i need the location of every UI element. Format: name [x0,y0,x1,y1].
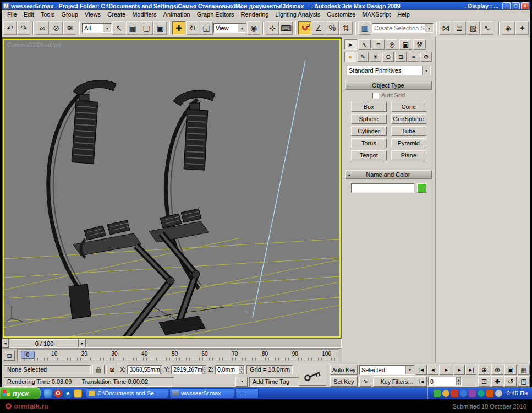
goto-end-icon[interactable]: ►| [465,365,476,375]
chevron-down-icon[interactable]: ▼ [425,24,433,32]
tray-icon-3[interactable] [451,390,458,397]
tray-icon-2[interactable] [442,390,449,397]
menu-edit[interactable]: Edit [20,10,37,18]
named-selection-sets-icon[interactable]: ▥ [358,21,371,35]
menu-create[interactable]: Create [104,10,129,18]
taskbar-task-overflow[interactable]: - ... [235,388,259,398]
box-button[interactable]: Box [351,102,387,112]
restore-button[interactable]: □ [512,2,520,9]
selected-keyset-dropdown[interactable]: Selected ▼ [359,365,414,375]
menu-file[interactable]: File [4,10,20,18]
maximize-viewport-icon[interactable]: ◳ [518,376,530,387]
play-icon[interactable]: ► [439,365,453,375]
object-color-swatch[interactable] [417,183,426,193]
timeline-next-icon[interactable]: ► [79,339,86,347]
tray-icon-8[interactable] [495,390,502,397]
teapot-button[interactable]: Teapot [351,150,387,160]
menu-customize[interactable]: Customize [323,10,359,18]
new-key-curve-icon[interactable]: ∿ [359,377,371,387]
y-coordinate-field[interactable]: 2919,267m ▴▾ [171,365,206,374]
menu-tools[interactable]: Tools [37,10,58,18]
frame-spinner[interactable]: ▴▾ [456,377,461,386]
taskbar-task-3dsmax[interactable]: wwsseer5r.max [169,388,234,398]
category-systems-icon[interactable]: ⚙ [420,52,432,62]
undo-icon[interactable]: ↶ [3,21,17,35]
tube-button[interactable]: Tube [391,126,427,136]
time-slider-thumb[interactable]: 0 / 100 [10,339,79,347]
chevron-down-icon[interactable]: ▼ [422,66,430,75]
sphere-button[interactable]: Sphere [351,114,387,124]
tray-icon-7[interactable] [486,390,493,397]
render-setup-icon[interactable]: ◈ [502,21,515,35]
key-mode-toggle-icon[interactable]: |◄ [416,376,427,387]
time-tag-icon[interactable]: ◔ [235,377,248,387]
tray-icon-6[interactable] [478,390,485,397]
category-spacewarps-icon[interactable]: ≈ [408,52,419,62]
tray-icon-1[interactable] [434,390,441,397]
spinner-snap-icon[interactable]: ⇅ [339,21,353,35]
tray-icon-4[interactable] [460,390,467,397]
create-selection-set-combo[interactable]: Create Selection Set ▼ [372,23,434,33]
zoom-extents-all-icon[interactable]: ▦ [518,365,530,375]
object-type-header[interactable]: - Object Type [345,81,432,90]
render-production-icon[interactable]: ✦ [515,21,529,35]
internet-explorer-icon[interactable]: e [64,389,72,398]
use-pivot-center-icon[interactable]: ◉ [247,21,260,35]
tab-motion-icon[interactable]: ◎ [386,39,398,50]
pan-icon[interactable]: ✥ [491,376,503,387]
menu-rendering[interactable]: Rendering [238,10,272,18]
current-frame-field[interactable]: 0 ▴▾ [428,377,462,386]
plane-button[interactable]: Plane [391,150,427,160]
taskbar-task-explorer[interactable]: C:\Documents and Se... [86,388,168,398]
object-name-field[interactable] [351,183,414,193]
select-and-move-icon[interactable]: ✚ [172,21,185,35]
tab-display-icon[interactable]: ▣ [399,39,412,50]
select-and-link-icon[interactable]: ∞ [36,21,49,35]
torus-button[interactable]: Torus [351,138,387,148]
category-lights-icon[interactable]: ☀ [370,52,381,62]
cone-button[interactable]: Cone [391,102,427,112]
align-icon[interactable]: ≣ [453,21,466,35]
menu-graph-editors[interactable]: Graph Editors [194,10,238,18]
viewport-label[interactable]: Camera01/Disabled [7,41,61,48]
minimize-button[interactable]: _ [502,2,511,9]
set-key-button[interactable]: Set Key [330,376,358,387]
category-cameras-icon[interactable]: ⊙ [382,52,394,62]
menu-group[interactable]: Group [58,10,81,18]
select-and-rotate-icon[interactable]: ↻ [186,21,199,35]
time-slider-track[interactable]: 0 / 100 ► [9,339,342,348]
reference-coordinate-dropdown[interactable]: View ▼ [213,23,246,33]
zoom-all-icon[interactable]: ⊛ [491,365,503,375]
key-filters-button[interactable]: Key Filters... [373,376,420,387]
goto-start-icon[interactable]: |◄ [416,365,427,375]
close-button[interactable]: × [521,2,529,9]
mini-curve-editor-icon[interactable]: ⊟ [4,351,15,361]
cylinder-button[interactable]: Cylinder [351,126,387,136]
z-spinner[interactable]: ▴▾ [239,365,244,374]
select-by-name-icon[interactable]: ▤ [126,21,139,35]
tab-utilities-icon[interactable]: ⚒ [413,39,426,50]
zoom-icon[interactable]: ⊕ [478,365,490,375]
y-spinner[interactable]: ▴▾ [202,365,206,374]
bind-to-spacewarp-icon[interactable]: ≋ [63,21,76,35]
orbit-icon[interactable]: ↺ [504,376,517,387]
tab-hierarchy-icon[interactable]: ≡ [372,39,385,50]
trackbar-ruler[interactable]: 0 010 2030 4050 6070 8090 100 [17,349,338,362]
titlebar[interactable]: M wwsseer5r.max - Project Folder: C:\Doc… [2,2,530,10]
name-color-header[interactable]: - Name and Color [345,170,432,179]
x-spinner[interactable]: ▴▾ [160,365,163,374]
geosphere-button[interactable]: GeoSphere [391,114,427,124]
field-of-view-icon[interactable]: ⊡ [478,376,490,387]
timeline-prev-icon[interactable]: ◄ [2,339,9,348]
menu-lighting-analysis[interactable]: Lighting Analysis [272,10,323,18]
tray-icon-5[interactable] [469,390,476,397]
chevron-down-icon[interactable]: ▼ [103,24,111,32]
rect-selection-region-icon[interactable]: ▢ [140,21,153,35]
next-frame-icon[interactable]: ► [454,365,465,375]
select-and-manipulate-icon[interactable]: ⊹ [266,21,279,35]
menu-help[interactable]: Help [394,10,413,18]
red-app-icon[interactable]: O [54,389,62,398]
selection-filter-dropdown[interactable]: All ▼ [82,23,112,33]
start-button[interactable]: пуск [0,387,41,399]
taskbar-clock[interactable]: 0:45 Пн [507,390,528,396]
